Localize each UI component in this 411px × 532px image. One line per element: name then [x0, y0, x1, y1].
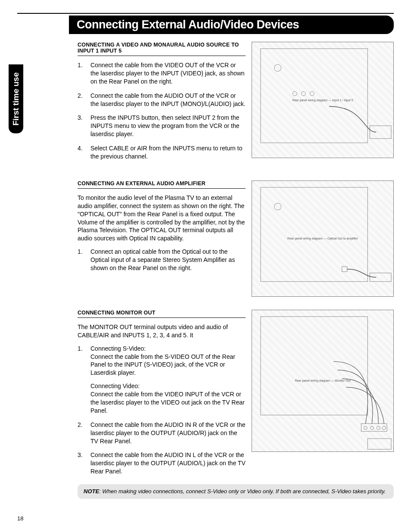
list-number: 1.: [78, 61, 85, 86]
list-item: 1. Connect the cable from the VIDEO OUT …: [78, 61, 246, 86]
list-subsection: Connecting Video: Connect the cable from…: [90, 382, 246, 415]
diagram-amplifier: Rear panel wiring diagram — Optical Out …: [252, 180, 394, 297]
list-text: Connect the cable from the AUDIO IN L of…: [90, 451, 246, 476]
svg-rect-1: [370, 126, 391, 139]
list-sub-lead: Connecting Video:: [90, 383, 140, 389]
section1-list: 1. Connect the cable from the VIDEO OUT …: [78, 61, 246, 161]
section3-intro: The MONITOR OUT terminal outputs video a…: [78, 323, 246, 339]
svg-point-3: [293, 91, 297, 96]
list-number: 3.: [78, 114, 85, 138]
page: Connecting External Audio/Video Devices …: [0, 0, 411, 512]
list-number: 1.: [78, 248, 85, 272]
section2-list: 1. Connect an optical cable from the Opt…: [78, 248, 246, 272]
diagram-monitor-out: Rear panel wiring diagram — Monitor Out: [252, 310, 394, 452]
list-text: Connect the cable from the AUDIO OUT of …: [90, 92, 246, 108]
list-number: 1.: [78, 345, 85, 415]
section3-list: 1. Connecting S-Video: Connect the cable…: [78, 345, 246, 476]
svg-rect-0: [261, 49, 367, 143]
note-label: NOTE: [84, 488, 99, 495]
section1-heading: CONNECTING A VIDEO AND MONAURAL AUDIO SO…: [78, 42, 246, 56]
list-item: 2. Connect the cable from the AUDIO IN R…: [78, 421, 246, 445]
page-title: Connecting External Audio/Video Devices: [77, 18, 299, 31]
svg-point-2: [274, 65, 281, 72]
list-body: Connect the cable from the S-VIDEO OUT o…: [90, 353, 235, 376]
svg-point-15: [377, 426, 380, 429]
page-number: 18: [0, 512, 411, 530]
list-number: 3.: [78, 451, 85, 476]
svg-point-5: [310, 91, 314, 96]
diagram-input1-input5: Rear panel wiring diagram — Input 1 / In…: [252, 42, 394, 158]
list-item: 4. Select CABLE or AIR from the INPUTS m…: [78, 144, 246, 161]
section-amplifier: CONNECTING AN EXTERNAL AUDIO AMPLIFIER T…: [78, 180, 394, 297]
svg-rect-11: [367, 439, 391, 449]
section2-heading: CONNECTING AN EXTERNAL AUDIO AMPLIFIER: [78, 180, 246, 189]
list-text: Connect the cable from the AUDIO IN R of…: [90, 421, 246, 445]
wiring-diagram-icon: [252, 181, 393, 296]
top-rule: [17, 13, 394, 14]
wiring-diagram-icon: [252, 310, 393, 451]
svg-point-13: [364, 426, 367, 429]
list-lead: Connecting S-Video:: [90, 345, 146, 352]
list-number: 2.: [78, 421, 85, 445]
list-item: 1. Connecting S-Video: Connect the cable…: [78, 345, 246, 415]
list-text: Connect an optical cable from the Optica…: [90, 248, 246, 272]
page-title-bar: Connecting External Audio/Video Devices: [69, 16, 394, 34]
section2-intro: To monitor the audio level of the Plasma…: [78, 194, 246, 243]
wiring-diagram-icon: [252, 42, 393, 158]
svg-point-8: [274, 203, 281, 210]
list-item: 3. Connect the cable from the AUDIO IN L…: [78, 451, 246, 476]
section-video-monaural: CONNECTING A VIDEO AND MONAURAL AUDIO SO…: [78, 42, 394, 168]
list-item: 1. Connect an optical cable from the Opt…: [78, 248, 246, 272]
list-item: 3. Press the INPUTS button, then select …: [78, 114, 246, 138]
svg-rect-9: [342, 267, 347, 272]
list-text: Connect the cable from the VIDEO OUT of …: [90, 61, 246, 86]
list-text: Press the INPUTS button, then select INP…: [90, 114, 246, 138]
list-item: 2. Connect the cable from the AUDIO OUT …: [78, 92, 246, 108]
svg-point-16: [382, 426, 386, 429]
note-text: : When making video connections, connect…: [99, 488, 386, 495]
section-monitor-out: CONNECTING MONITOR OUT The MONITOR OUT t…: [78, 310, 394, 482]
svg-rect-12: [361, 423, 387, 431]
list-number: 2.: [78, 92, 85, 108]
list-text: Connecting S-Video: Connect the cable fr…: [90, 345, 246, 415]
list-sub-body: Connect the cable from the VIDEO INPUT o…: [90, 391, 245, 414]
side-tab-label: First time use: [11, 72, 20, 126]
side-tab: First time use: [9, 65, 23, 134]
list-text: Select CABLE or AIR from the INPUTS menu…: [90, 144, 246, 161]
svg-point-14: [370, 426, 374, 429]
content-area: CONNECTING A VIDEO AND MONAURAL AUDIO SO…: [78, 34, 394, 482]
note-box: NOTE: When making video connections, con…: [78, 484, 394, 499]
svg-rect-6: [261, 187, 367, 282]
section3-heading: CONNECTING MONITOR OUT: [78, 310, 246, 318]
svg-point-4: [301, 91, 305, 96]
list-number: 4.: [78, 144, 85, 161]
